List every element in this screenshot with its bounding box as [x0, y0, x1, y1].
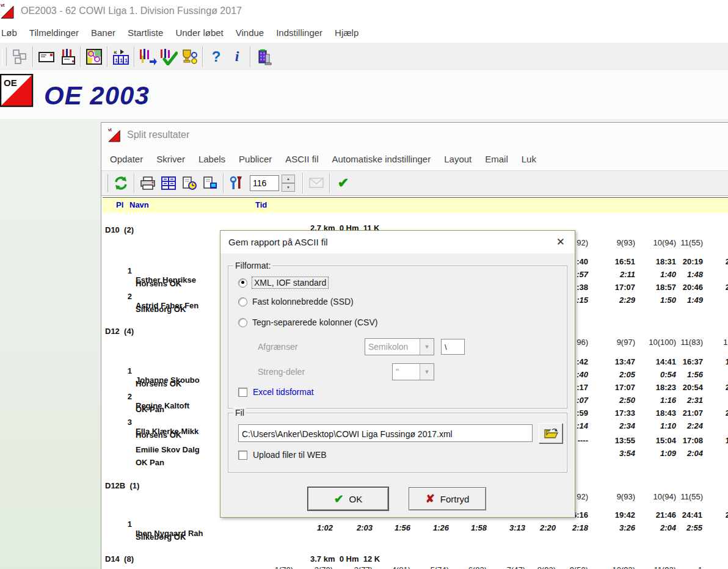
- apply-button[interactable]: ✔: [333, 173, 354, 194]
- afgraenser-combo[interactable]: Semikolon ▼: [365, 338, 434, 355]
- escape-char-input[interactable]: \: [441, 339, 465, 355]
- svg-text:1: 1: [115, 57, 118, 63]
- print-button[interactable]: [137, 173, 158, 194]
- cancel-button-label: Fortryd: [440, 494, 470, 504]
- menu-lob[interactable]: Løb: [1, 27, 17, 38]
- report-settings-button[interactable]: [227, 173, 247, 194]
- exit-building-icon: [255, 48, 272, 65]
- repmenu-publicer[interactable]: Publicer: [239, 154, 272, 164]
- menu-vindue[interactable]: Vindue: [236, 27, 264, 38]
- cancel-button[interactable]: ✘ Fortryd: [409, 487, 486, 510]
- speaker-button[interactable]: « 1 1 1: [111, 46, 131, 67]
- upload-checkbox-row[interactable]: Upload filer til WEB: [238, 450, 327, 460]
- help-button[interactable]: ?: [206, 46, 227, 67]
- close-icon[interactable]: ✕: [556, 236, 565, 248]
- dialog-title: Gem rapport på ASCII fil: [228, 237, 328, 247]
- entries-button[interactable]: [36, 46, 57, 67]
- report-time-button[interactable]: [179, 173, 200, 194]
- report-window-title: Split resultater: [127, 129, 189, 140]
- spin-down-button[interactable]: ▼: [282, 183, 295, 192]
- save-report-button[interactable]: [200, 173, 220, 194]
- radio-ssd[interactable]: Fast kolonnebredde (SSD): [238, 297, 354, 306]
- results-button[interactable]: [158, 46, 179, 67]
- file-path-field[interactable]: [238, 424, 533, 442]
- table-icon: [161, 176, 177, 190]
- toolbar-separator: [134, 46, 135, 67]
- browse-button[interactable]: [539, 423, 562, 443]
- combo-arrow-icon[interactable]: ▼: [420, 364, 434, 380]
- repmenu-automatiske[interactable]: Automatiske indstillinger: [332, 154, 431, 164]
- radio-csv[interactable]: Tegn-separerede kolonner (CSV): [238, 317, 377, 327]
- oe-flag-logo: OE: [0, 74, 34, 109]
- entries-classes-button[interactable]: [57, 46, 78, 67]
- combo-arrow-icon[interactable]: ▼: [420, 339, 434, 355]
- report-flag-icon: vt: [107, 127, 122, 143]
- open-folder-icon: [544, 427, 558, 440]
- toolbar-separator: [250, 46, 251, 67]
- ok-button[interactable]: ✔ OK: [308, 487, 388, 510]
- fil-group: Fil Upload filer til WEB: [228, 413, 567, 473]
- spin-up-button[interactable]: ▲: [282, 175, 295, 183]
- toolbar-separator: [107, 46, 108, 67]
- evaluate-chips-button[interactable]: [137, 46, 158, 67]
- svg-text:1: 1: [125, 57, 128, 63]
- radio-button[interactable]: [238, 318, 247, 327]
- svg-text:vt: vt: [108, 128, 112, 132]
- repmenu-labels[interactable]: Labels: [198, 154, 225, 164]
- radio-csv-label: Tegn-separerede kolonner (CSV): [252, 317, 377, 327]
- radio-button[interactable]: [238, 297, 247, 306]
- repmenu-layout[interactable]: Layout: [444, 154, 471, 164]
- table-view-button[interactable]: [158, 173, 179, 194]
- cascade-windows-button[interactable]: [9, 46, 30, 67]
- about-button[interactable]: i: [227, 46, 247, 67]
- radio-xml-iof[interactable]: XML, IOF standard: [238, 277, 328, 288]
- logo-band: OE OE 2003: [0, 70, 728, 119]
- repmenu-skriver[interactable]: Skriver: [156, 154, 185, 164]
- report-column-header: Pl Navn Tid: [103, 197, 728, 214]
- excel-checkbox[interactable]: [238, 388, 247, 397]
- exit-button[interactable]: [253, 46, 274, 67]
- streng-deler-combo[interactable]: " ▼: [392, 363, 434, 380]
- zoom-spinbox: ▲ ▼: [250, 175, 295, 192]
- finish-times-icon: « 1 1 1: [112, 48, 129, 65]
- zoom-input[interactable]: [250, 175, 279, 191]
- toolbar-separator: [202, 46, 203, 67]
- escape-char-value: \: [445, 342, 447, 352]
- info-icon: i: [235, 48, 239, 65]
- radio-button-selected[interactable]: [238, 278, 247, 288]
- menu-startliste[interactable]: Startliste: [128, 27, 163, 38]
- repmenu-email[interactable]: Email: [485, 154, 508, 164]
- excel-checkbox-label: Excel tidsformat: [253, 387, 314, 397]
- report-titlebar[interactable]: vt Split resultater: [101, 123, 728, 147]
- envelope-icon: [38, 49, 55, 65]
- radio-xml-label: XML, IOF standard: [252, 277, 328, 288]
- courses-button[interactable]: [84, 46, 104, 67]
- envelope-pins-icon: [59, 48, 76, 65]
- oe2003-application: vt OE2003 - 62 COWI Liga 1. Division Fus…: [0, 0, 728, 569]
- repmenu-ascii-fil[interactable]: ASCII fil: [285, 154, 318, 164]
- excel-checkbox-row[interactable]: Excel tidsformat: [238, 387, 314, 397]
- mail-icon: [308, 177, 324, 189]
- prizes-button[interactable]: [179, 46, 200, 67]
- repmenu-opdater[interactable]: Opdater: [110, 154, 143, 164]
- file-path-input[interactable]: [239, 425, 536, 443]
- email-report-button[interactable]: [306, 173, 327, 194]
- upload-checkbox[interactable]: [238, 451, 247, 460]
- trophy-icon: [181, 48, 198, 65]
- menu-indstillinger[interactable]: Indstillinger: [276, 27, 322, 38]
- svg-text:OE: OE: [4, 78, 17, 88]
- filformat-group-label: Filformat:: [233, 261, 272, 270]
- report-toolbar: ▲ ▼ ✔: [101, 170, 728, 196]
- dialog-titlebar[interactable]: Gem rapport på ASCII fil ✕: [220, 231, 575, 253]
- radio-ssd-label: Fast kolonnebredde (SSD): [252, 297, 354, 306]
- menu-hjaelp[interactable]: Hjælp: [335, 27, 359, 38]
- printer-icon: [140, 176, 156, 190]
- menu-under-lobet[interactable]: Under løbet: [175, 27, 223, 38]
- repmenu-luk[interactable]: Luk: [522, 154, 536, 164]
- refresh-button[interactable]: [111, 173, 131, 194]
- menu-tilmeldinger[interactable]: Tilmeldinger: [29, 27, 79, 38]
- toolbar-separator: [302, 173, 304, 194]
- menu-baner[interactable]: Baner: [91, 27, 115, 38]
- col-tid: Tid: [255, 200, 267, 209]
- main-toolbar: « 1 1 1: [0, 43, 728, 71]
